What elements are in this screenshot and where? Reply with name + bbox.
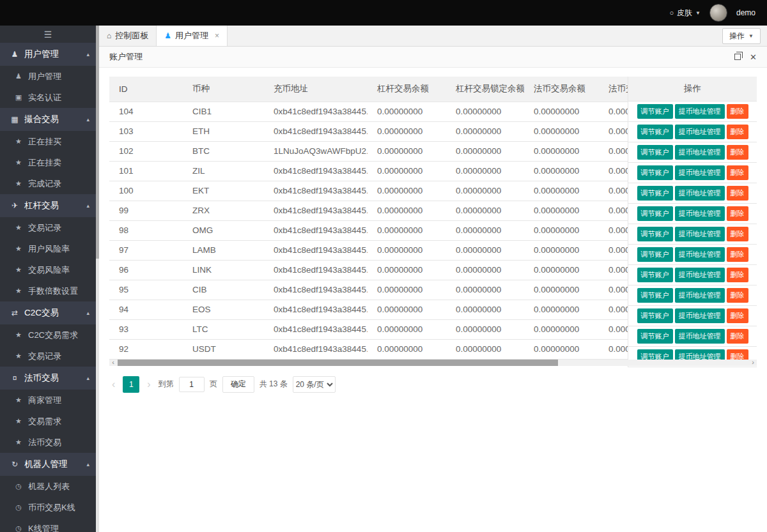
adjust-account-button[interactable]: 调节账户	[637, 329, 673, 344]
next-page-button[interactable]: ›	[144, 379, 153, 390]
adjust-account-button[interactable]: 调节账户	[637, 227, 673, 241]
col-actions: 操作	[628, 77, 757, 102]
sidebar-section[interactable]: ⇄C2C交易▴	[0, 301, 96, 324]
withdraw-address-button[interactable]: 提币地址管理	[675, 268, 725, 282]
operations-dropdown-button[interactable]: 操作 ▼	[722, 28, 761, 44]
delete-button[interactable]: 删除	[727, 186, 748, 201]
sidebar-item[interactable]: ★正在挂买	[0, 131, 96, 152]
current-page-button[interactable]: 1	[123, 376, 139, 393]
adjust-account-button[interactable]: 调节账户	[637, 165, 673, 180]
currency-icon: ¤	[9, 374, 20, 383]
withdraw-address-button[interactable]: 提币地址管理	[675, 206, 725, 221]
per-page-select[interactable]: 20 条/页	[293, 376, 336, 393]
scroll-right-icon[interactable]: ›	[749, 360, 757, 366]
sidebar-item[interactable]: ★交易记录	[0, 346, 96, 367]
sidebar-item[interactable]: ♟用户管理	[0, 66, 96, 87]
cell-coin: EOS	[183, 300, 264, 319]
sidebar-item[interactable]: ▣实名认证	[0, 87, 96, 108]
sidebar-section[interactable]: ▦撮合交易▴	[0, 108, 96, 131]
sidebar-item[interactable]: ★交易需求	[0, 411, 96, 432]
restore-icon[interactable]	[734, 54, 741, 60]
withdraw-address-button[interactable]: 提币地址管理	[675, 247, 725, 262]
close-icon[interactable]: ×	[215, 31, 219, 40]
withdraw-address-button[interactable]: 提币地址管理	[675, 308, 725, 323]
withdraw-address-button[interactable]: 提币地址管理	[675, 125, 725, 139]
hamburger-icon: ☰	[44, 29, 52, 40]
tab-user-management[interactable]: ♟ 用户管理 ×	[157, 26, 228, 46]
prev-page-button[interactable]: ‹	[109, 379, 118, 390]
withdraw-address-button[interactable]: 提币地址管理	[675, 104, 725, 119]
sidebar-item[interactable]: ★商家管理	[0, 390, 96, 411]
star-icon: ★	[13, 417, 24, 425]
horizontal-scrollbar[interactable]: ‹ ›	[109, 360, 757, 366]
horizontal-scrollbar-thumb[interactable]	[118, 360, 558, 366]
withdraw-address-button[interactable]: 提币地址管理	[675, 145, 725, 160]
action-column: 操作 调节账户提币地址管理删除调节账户提币地址管理删除调节账户提币地址管理删除调…	[628, 77, 757, 367]
delete-button[interactable]: 删除	[727, 308, 748, 323]
sidebar-item[interactable]: ★完成记录	[0, 173, 96, 194]
sidebar-section[interactable]: ✈杠杆交易▴	[0, 194, 96, 217]
star-icon: ★	[13, 396, 24, 404]
delete-button[interactable]: 删除	[727, 104, 748, 119]
goto-page-input[interactable]	[179, 377, 205, 392]
cell-lever-balance: 0.00000000	[368, 280, 446, 300]
adjust-account-button[interactable]: 调节账户	[637, 268, 673, 282]
withdraw-address-button[interactable]: 提币地址管理	[675, 329, 725, 344]
sidebar-item-label: 正在挂卖	[28, 157, 61, 169]
username-label[interactable]: demo	[736, 8, 755, 17]
sidebar-item[interactable]: ★用户风险率	[0, 238, 96, 259]
sidebar-scrollbar-thumb[interactable]	[96, 26, 99, 259]
table-row: 94EOS0xb41c8edf1943a38445...0.000000000.…	[109, 300, 685, 319]
withdraw-address-button[interactable]: 提币地址管理	[675, 288, 725, 303]
table-row: 104CIB10xb41c8edf1943a38445...0.00000000…	[109, 102, 685, 121]
sidebar-item[interactable]: ★法币交易	[0, 432, 96, 453]
adjust-account-button[interactable]: 调节账户	[637, 125, 673, 139]
adjust-account-button[interactable]: 调节账户	[637, 308, 673, 323]
col-fiat-balance: 法币交易余额	[524, 77, 599, 102]
sidebar-item[interactable]: ★交易记录	[0, 217, 96, 238]
menu-toggle-button[interactable]: ☰	[0, 26, 96, 43]
cell-fiat-balance: 0.00000000	[524, 161, 599, 181]
skin-switcher[interactable]: ○ 皮肤 ▼	[669, 8, 701, 19]
cell-address: 0xb41c8edf1943a38445...	[264, 201, 368, 220]
user-icon: ♟	[164, 31, 171, 40]
delete-button[interactable]: 删除	[727, 165, 748, 180]
adjust-account-button[interactable]: 调节账户	[637, 104, 673, 119]
star-icon: ★	[13, 179, 24, 188]
tab-dashboard[interactable]: ⌂ 控制面板	[99, 26, 157, 46]
sidebar-item[interactable]: ★手数倍数设置	[0, 280, 96, 301]
cell-lever-locked: 0.00000000	[446, 102, 524, 121]
withdraw-address-button[interactable]: 提币地址管理	[675, 186, 725, 201]
adjust-account-button[interactable]: 调节账户	[637, 186, 673, 201]
avatar[interactable]	[709, 4, 727, 22]
delete-button[interactable]: 删除	[727, 227, 748, 241]
adjust-account-button[interactable]: 调节账户	[637, 288, 673, 303]
sidebar-section[interactable]: ↻机器人管理▴	[0, 453, 96, 476]
sidebar-item[interactable]: ◷K线管理	[0, 518, 96, 532]
delete-button[interactable]: 删除	[727, 125, 748, 139]
sidebar-section-label: 法币交易	[24, 372, 59, 384]
adjust-account-button[interactable]: 调节账户	[637, 247, 673, 262]
delete-button[interactable]: 删除	[727, 145, 748, 160]
sidebar-item[interactable]: ◷币币交易K线	[0, 497, 96, 518]
withdraw-address-button[interactable]: 提币地址管理	[675, 227, 725, 241]
delete-button[interactable]: 删除	[727, 206, 748, 221]
confirm-button[interactable]: 确定	[222, 376, 254, 393]
delete-button[interactable]: 删除	[727, 268, 748, 282]
sidebar-section[interactable]: ♟用户管理▴	[0, 43, 96, 66]
delete-button[interactable]: 删除	[727, 288, 748, 303]
sidebar-item[interactable]: ★正在挂卖	[0, 152, 96, 173]
delete-button[interactable]: 删除	[727, 247, 748, 262]
sidebar-item[interactable]: ★交易风险率	[0, 259, 96, 280]
scroll-left-icon[interactable]: ‹	[109, 360, 117, 366]
close-icon[interactable]: ✕	[750, 52, 757, 62]
delete-button[interactable]: 删除	[727, 329, 748, 344]
withdraw-address-button[interactable]: 提币地址管理	[675, 165, 725, 180]
adjust-account-button[interactable]: 调节账户	[637, 206, 673, 221]
cell-coin: OMG	[183, 220, 264, 240]
sidebar-section[interactable]: ¤法币交易▴	[0, 367, 96, 390]
adjust-account-button[interactable]: 调节账户	[637, 145, 673, 160]
sidebar-scrollbar[interactable]	[96, 26, 99, 532]
sidebar-item[interactable]: ◷机器人列表	[0, 476, 96, 497]
sidebar-item[interactable]: ★C2C交易需求	[0, 324, 96, 346]
